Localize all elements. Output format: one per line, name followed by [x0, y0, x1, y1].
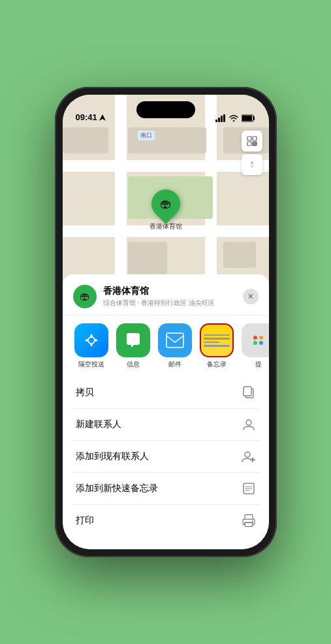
map-block	[223, 242, 256, 268]
share-apps-row: 隔空投送 信息	[63, 315, 269, 377]
marker-icon: 🏟	[160, 197, 172, 211]
venue-desc: 综合体育馆 · 香港特别行政区 油尖旺区	[103, 298, 243, 308]
svg-marker-13	[251, 165, 253, 169]
svg-marker-12	[251, 161, 253, 165]
phone-screen: 09:41	[63, 95, 269, 549]
svg-point-18	[246, 420, 251, 425]
action-copy[interactable]: 拷贝	[71, 377, 261, 409]
svg-point-5	[232, 120, 234, 121]
app-notes[interactable]: 备忘录	[198, 323, 235, 369]
svg-rect-17	[244, 387, 251, 396]
dots-bottom	[253, 341, 263, 345]
map-block	[63, 127, 108, 153]
map-road	[63, 160, 269, 172]
venue-icon: 🏟	[73, 285, 97, 308]
battery-icon	[242, 114, 256, 122]
app-airdrop[interactable]: 隔空投送	[73, 323, 110, 369]
airdrop-symbol	[82, 331, 101, 349]
mail-symbol	[165, 332, 185, 349]
action-new-contact[interactable]: 新建联系人	[71, 409, 261, 441]
map-label: 南口	[138, 131, 155, 140]
svg-rect-2	[218, 118, 220, 122]
map-controls	[242, 131, 262, 178]
svg-rect-8	[247, 137, 251, 140]
more-icon	[242, 323, 269, 357]
venue-icon-symbol: 🏟	[80, 291, 90, 302]
app-more[interactable]: 提	[240, 323, 269, 369]
dot-yellow	[259, 336, 263, 340]
add-contact-icon	[242, 449, 256, 464]
notes-line	[204, 345, 230, 347]
dots-top	[253, 336, 263, 340]
copy-icon	[242, 385, 256, 400]
action-list: 拷贝 新建联系人	[63, 377, 269, 536]
map-block	[128, 242, 167, 274]
action-add-contact-label: 添加到现有联系人	[76, 451, 149, 462]
svg-rect-10	[247, 142, 251, 146]
map-area[interactable]: 南口	[63, 95, 269, 304]
svg-point-14	[88, 337, 95, 344]
compass-button[interactable]	[242, 154, 262, 175]
map-icon	[247, 136, 257, 146]
action-new-contact-label: 新建联系人	[76, 419, 121, 430]
svg-rect-3	[221, 116, 223, 122]
svg-rect-21	[245, 515, 253, 519]
time-display: 09:41	[76, 112, 97, 122]
signal-icon	[215, 114, 226, 122]
svg-point-19	[245, 452, 250, 457]
svg-rect-1	[215, 120, 217, 122]
sheet-header: 🏟 香港体育馆 综合体育馆 · 香港特别行政区 油尖旺区 ✕	[63, 274, 269, 315]
bottom-sheet: 🏟 香港体育馆 综合体育馆 · 香港特别行政区 油尖旺区 ✕	[63, 274, 269, 549]
app-messages[interactable]: 信息	[115, 323, 151, 369]
notes-line	[204, 338, 230, 340]
svg-rect-4	[223, 114, 225, 122]
notes-lines	[201, 330, 232, 351]
messages-symbol	[123, 330, 143, 350]
location-icon	[99, 114, 106, 121]
svg-rect-9	[253, 137, 257, 140]
dot-green	[253, 341, 257, 345]
quick-note-icon	[242, 481, 256, 496]
venue-info: 香港体育馆 综合体育馆 · 香港特别行政区 油尖旺区	[103, 285, 243, 308]
svg-point-23	[252, 521, 253, 522]
notes-line	[204, 334, 230, 336]
svg-marker-0	[99, 114, 106, 121]
notes-line	[204, 342, 219, 344]
action-quick-note-label: 添加到新快速备忘录	[76, 483, 158, 494]
dynamic-island	[136, 101, 195, 118]
venue-marker[interactable]: 🏟 香港体育馆	[150, 189, 182, 231]
wifi-icon	[229, 114, 238, 122]
more-label: 提	[255, 360, 262, 369]
action-print[interactable]: 打印	[71, 505, 261, 536]
map-road	[115, 95, 127, 304]
dot-red	[253, 336, 257, 340]
svg-rect-15	[166, 333, 183, 347]
venue-name: 香港体育馆	[103, 285, 243, 297]
print-icon	[242, 513, 256, 528]
status-time: 09:41	[76, 112, 106, 122]
map-view-toggle[interactable]	[242, 131, 262, 152]
svg-rect-7	[242, 116, 252, 121]
compass-icon	[247, 160, 257, 169]
close-button[interactable]: ✕	[243, 289, 259, 304]
new-contact-icon	[242, 417, 256, 432]
mail-label: 邮件	[168, 360, 181, 369]
dot-blue	[259, 341, 263, 345]
airdrop-icon	[74, 323, 108, 357]
svg-rect-11	[253, 142, 257, 146]
phone-frame: 09:41	[55, 87, 277, 557]
airdrop-label: 隔空投送	[78, 360, 104, 369]
mail-icon	[158, 323, 192, 357]
action-print-label: 打印	[76, 515, 94, 526]
action-add-contact[interactable]: 添加到现有联系人	[71, 441, 261, 473]
svg-rect-22	[245, 523, 253, 526]
status-icons	[215, 114, 256, 122]
app-mail[interactable]: 邮件	[157, 323, 193, 369]
marker-pin: 🏟	[145, 184, 185, 224]
action-quick-note[interactable]: 添加到新快速备忘录	[71, 473, 261, 505]
notes-label: 备忘录	[207, 360, 227, 369]
action-copy-label: 拷贝	[76, 387, 94, 398]
messages-label: 信息	[127, 360, 140, 369]
notes-icon	[200, 323, 234, 357]
messages-icon	[116, 323, 150, 357]
